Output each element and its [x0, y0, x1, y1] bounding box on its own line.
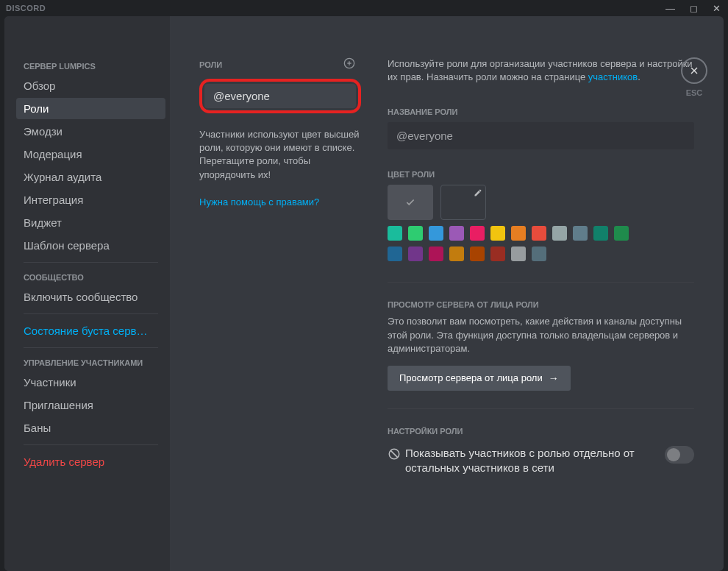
role-detail-column: Используйте роли для организации участни… — [361, 57, 694, 571]
roles-help-text: Участники используют цвет высшей роли, к… — [199, 128, 361, 182]
roles-list-header: Роли — [199, 57, 361, 71]
color-swatch[interactable] — [490, 247, 505, 261]
divider — [388, 408, 694, 409]
color-swatch[interactable] — [614, 226, 629, 241]
role-settings-label: Настройки роли — [388, 427, 694, 436]
close-settings-button[interactable]: ESC — [681, 57, 707, 97]
default-color-swatch[interactable] — [388, 185, 433, 220]
minimize-button[interactable]: — — [665, 4, 675, 13]
add-role-icon[interactable] — [343, 57, 355, 71]
sidebar-community-header: Сообщество — [16, 269, 165, 286]
display-separately-toggle[interactable] — [665, 446, 694, 464]
setting-text: Показывать участников с ролью отдельно о… — [405, 446, 653, 476]
preview-btn-label: Просмотр сервера от лица роли — [399, 372, 543, 383]
settings-window: Сервер Lumpics Обзор Роли Эмодзи Модерац… — [4, 16, 724, 571]
role-name-label: Название роли — [388, 107, 694, 116]
sidebar-item-widget[interactable]: Виджет — [16, 212, 165, 233]
color-swatch[interactable] — [429, 226, 443, 241]
app-title: DISCORD — [6, 4, 665, 13]
close-icon — [681, 57, 707, 84]
sidebar-item-audit-log[interactable]: Журнал аудита — [16, 166, 165, 188]
color-swatches — [388, 226, 630, 261]
color-swatch[interactable] — [511, 226, 526, 241]
members-link[interactable]: участников — [588, 71, 638, 82]
setting-label: Показывать участников с ролью отдельно о… — [388, 446, 653, 476]
color-swatch[interactable] — [388, 247, 402, 261]
close-button[interactable]: ✕ — [713, 4, 721, 13]
maximize-button[interactable]: ◻ — [690, 4, 698, 13]
sidebar-item-invites[interactable]: Приглашения — [16, 394, 165, 416]
color-swatch[interactable] — [532, 247, 546, 261]
display-separately-setting: Показывать участников с ролью отдельно о… — [388, 446, 694, 476]
preview-as-role-button[interactable]: Просмотр сервера от лица роли → — [388, 366, 571, 391]
divider — [24, 347, 158, 348]
arrow-right-icon: → — [549, 372, 559, 384]
divider — [24, 444, 158, 445]
color-swatch[interactable] — [470, 247, 485, 261]
color-swatch[interactable] — [470, 226, 485, 241]
highlighted-role: @everyone — [199, 79, 361, 113]
color-swatch[interactable] — [429, 247, 443, 261]
sidebar-item-template[interactable]: Шаблон сервера — [16, 235, 165, 256]
preview-section-label: Просмотр сервера от лица роли — [388, 300, 694, 309]
role-color-section: Цвет роли — [388, 170, 694, 261]
sidebar-item-integrations[interactable]: Интеграция — [16, 189, 165, 210]
intro-text-b: . — [638, 71, 640, 82]
sidebar-item-enable-community[interactable]: Включить сообщество — [16, 286, 165, 308]
role-name-input[interactable] — [388, 122, 694, 149]
sidebar-item-delete-server[interactable]: Удалить сервер — [16, 451, 165, 472]
roles-content: Роли @everyone Участники используют цвет… — [170, 16, 724, 571]
sidebar-item-emoji[interactable]: Эмодзи — [16, 121, 165, 142]
sidebar-item-overview[interactable]: Обзор — [16, 75, 165, 96]
color-swatch[interactable] — [573, 226, 588, 241]
divider — [24, 313, 158, 314]
prohibited-icon — [388, 447, 401, 461]
roles-intro-text: Используйте роли для организации участни… — [388, 57, 694, 84]
sidebar-item-members[interactable]: Участники — [16, 372, 165, 393]
color-swatch[interactable] — [388, 226, 402, 241]
color-swatch[interactable] — [552, 226, 567, 241]
role-item-everyone[interactable]: @everyone — [204, 84, 356, 108]
close-label: ESC — [686, 88, 703, 97]
sidebar-item-moderation[interactable]: Модерация — [16, 143, 165, 165]
color-swatch[interactable] — [449, 247, 464, 261]
intro-text-a: Используйте роли для организации участни… — [388, 58, 693, 82]
roles-header-label: Роли — [199, 60, 222, 69]
sidebar-item-bans[interactable]: Баны — [16, 417, 165, 439]
color-swatch[interactable] — [490, 226, 505, 241]
roles-help-link[interactable]: Нужна помощь с правами? — [199, 196, 361, 208]
preview-desc: Это позволит вам посмотреть, какие дейст… — [388, 315, 694, 355]
custom-color-swatch[interactable] — [440, 185, 486, 220]
color-swatch[interactable] — [532, 226, 546, 241]
divider — [24, 262, 158, 263]
window-controls: — ◻ ✕ — [665, 4, 721, 13]
sidebar-server-name: Сервер Lumpics — [16, 57, 165, 75]
roles-list-column: Роли @everyone Участники используют цвет… — [199, 57, 361, 571]
role-color-label: Цвет роли — [388, 170, 694, 179]
color-swatch[interactable] — [408, 226, 423, 241]
titlebar: DISCORD — ◻ ✕ — [0, 0, 728, 16]
sidebar-item-roles[interactable]: Роли — [16, 98, 165, 119]
color-swatch[interactable] — [593, 226, 608, 241]
color-swatch[interactable] — [449, 226, 464, 241]
color-swatch[interactable] — [408, 247, 423, 261]
sidebar-manage-header: Управление участниками — [16, 354, 165, 372]
color-swatch[interactable] — [511, 247, 526, 261]
settings-sidebar: Сервер Lumpics Обзор Роли Эмодзи Модерац… — [4, 16, 170, 571]
svg-line-4 — [390, 450, 398, 458]
sidebar-item-boost-status[interactable]: Состояние буста серв… — [16, 320, 165, 341]
divider — [388, 282, 694, 283]
